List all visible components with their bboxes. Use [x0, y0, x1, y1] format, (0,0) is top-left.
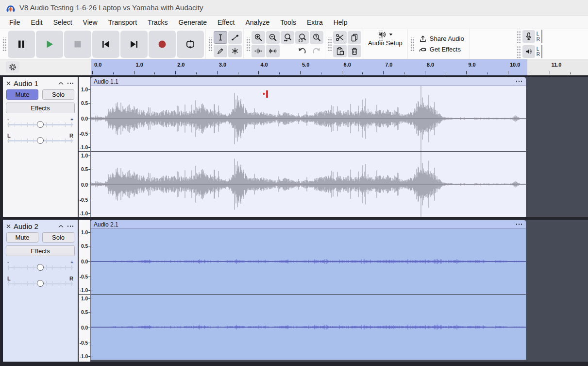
recording-meter[interactable]: LR -57-54-51-48-45-42-39-36-33: [515, 29, 542, 44]
toolbar-grip[interactable]: [327, 37, 332, 51]
waveform[interactable]: [91, 295, 526, 360]
effects-button[interactable]: Effects: [6, 103, 75, 113]
effects-button[interactable]: Effects: [6, 245, 75, 256]
envelope-tool-button[interactable]: [228, 31, 242, 44]
vertical-scale-audio-2[interactable]: 1.00.50.0-0.5-1.0 1.00.50.0-0.5-1.0: [79, 220, 90, 362]
menu-item-transport[interactable]: Transport: [103, 17, 142, 28]
pan-slider[interactable]: LR: [7, 276, 73, 289]
close-track-icon[interactable]: [6, 81, 11, 86]
solo-button[interactable]: Solo: [42, 89, 74, 100]
delete-button[interactable]: [348, 45, 361, 57]
collapse-track-icon[interactable]: [58, 225, 64, 228]
gain-slider[interactable]: -+: [7, 260, 73, 273]
toolbar-grip[interactable]: [516, 45, 521, 58]
redo-button[interactable]: [310, 45, 323, 57]
menu-item-extra[interactable]: Extra: [302, 17, 328, 28]
waveform[interactable]: [91, 152, 526, 217]
clip-header[interactable]: Audio 2.1: [91, 220, 526, 229]
multi-tool-button[interactable]: [228, 45, 242, 57]
close-track-icon[interactable]: [6, 224, 11, 228]
menu-item-generate[interactable]: Generate: [173, 17, 212, 28]
menu-item-select[interactable]: Select: [48, 17, 78, 28]
gain-min-label: -: [7, 260, 9, 265]
ruler-tick: [550, 71, 550, 74]
timeline-options-button[interactable]: [6, 61, 19, 73]
toolbar-grip[interactable]: [378, 30, 383, 44]
loop-button[interactable]: [177, 31, 204, 58]
skip-to-start-button[interactable]: [92, 31, 119, 58]
draw-tool-button[interactable]: [214, 45, 227, 57]
microphone-icon[interactable]: [522, 30, 535, 43]
scale-label: -0.5: [80, 197, 88, 202]
main-toolbar: Audio Setup Share Audio Get Effects: [0, 29, 588, 59]
mute-button[interactable]: Mute: [6, 232, 38, 243]
waveform[interactable]: [91, 229, 526, 294]
track-menu-icon[interactable]: [67, 225, 75, 228]
gain-slider[interactable]: -+: [7, 117, 73, 130]
fit-selection-button[interactable]: [281, 31, 294, 44]
menu-item-help[interactable]: Help: [328, 17, 353, 28]
track-name[interactable]: Audio 1: [14, 79, 38, 87]
collapse-track-icon[interactable]: [58, 82, 64, 85]
toolbar-grip[interactable]: [2, 37, 6, 51]
pan-slider-thumb[interactable]: [37, 280, 44, 287]
track-name[interactable]: Audio 2: [14, 222, 38, 230]
clip-canvas-audio-1[interactable]: Audio 1.1: [90, 77, 588, 217]
fit-project-button[interactable]: [295, 31, 309, 44]
menu-item-tools[interactable]: Tools: [275, 17, 302, 28]
clip-menu-icon[interactable]: [515, 80, 523, 83]
toolbar-grip[interactable]: [208, 37, 212, 51]
ruler-tick: [238, 72, 238, 74]
skip-to-end-button[interactable]: [120, 31, 148, 58]
menu-item-edit[interactable]: Edit: [26, 17, 48, 28]
clip-audio-1-1[interactable]: Audio 1.1: [90, 77, 526, 217]
waveform[interactable]: [91, 86, 526, 151]
vertical-scale-audio-1[interactable]: 1.00.50.0-0.5-1.0 1.00.50.0-0.5-1.0: [79, 77, 90, 217]
selection-tool-button[interactable]: [214, 31, 227, 44]
clip-menu-icon[interactable]: [515, 223, 523, 226]
pause-button[interactable]: [8, 31, 35, 58]
track-menu-icon[interactable]: [67, 82, 75, 85]
paste-button[interactable]: [333, 45, 347, 57]
share-audio-button[interactable]: Share Audio: [415, 34, 468, 44]
recording-meter-scale[interactable]: -57-54-51-48-45-42-39-36-33: [541, 30, 542, 43]
ruler-tick: [425, 71, 425, 74]
pan-slider[interactable]: LR: [7, 133, 73, 146]
silence-selection-button[interactable]: [266, 45, 280, 57]
record-button[interactable]: [149, 31, 176, 58]
gain-slider-thumb[interactable]: [37, 121, 44, 128]
mute-button[interactable]: Mute: [6, 89, 38, 100]
zoom-out-button[interactable]: [266, 31, 280, 44]
stop-button[interactable]: [64, 31, 91, 58]
menu-item-tracks[interactable]: Tracks: [142, 17, 173, 28]
playback-meter[interactable]: LR -57-54-51-48-45-42-39-36-33: [515, 44, 542, 59]
solo-button[interactable]: Solo: [42, 232, 74, 243]
trim-outside-selection-button[interactable]: [252, 45, 265, 57]
toolbar-grip[interactable]: [246, 37, 250, 51]
zoom-in-button[interactable]: [252, 31, 265, 44]
clip-canvas-audio-2[interactable]: Audio 2.1: [90, 220, 588, 362]
toolbar-grip[interactable]: [410, 37, 414, 51]
play-button[interactable]: [36, 31, 63, 58]
menu-item-file[interactable]: File: [4, 17, 26, 28]
get-effects-button[interactable]: Get Effects: [415, 44, 468, 55]
menu-item-analyze[interactable]: Analyze: [240, 17, 275, 28]
playback-speaker-icon[interactable]: [522, 45, 535, 58]
gear-icon: [9, 63, 17, 71]
undo-button[interactable]: [295, 45, 309, 57]
zoom-toggle-button[interactable]: [310, 31, 323, 44]
cut-button[interactable]: [333, 31, 347, 44]
playback-meter-scale[interactable]: -57-54-51-48-45-42-39-36-33: [541, 45, 542, 58]
timeline-ruler[interactable]: 0.01.02.03.04.05.06.07.08.09.010.011.0: [91, 59, 588, 75]
pan-slider-thumb[interactable]: [37, 137, 44, 144]
gain-slider-thumb[interactable]: [37, 264, 44, 271]
audio-setup-button[interactable]: Audio Setup: [363, 29, 408, 59]
plug-icon: [419, 46, 427, 53]
clip-audio-2-1[interactable]: Audio 2.1: [90, 220, 526, 360]
toolbar-grip[interactable]: [516, 30, 521, 43]
gain-min-label: -: [7, 117, 9, 122]
menu-item-effect[interactable]: Effect: [212, 17, 240, 28]
menu-item-view[interactable]: View: [78, 17, 103, 28]
clip-header[interactable]: Audio 1.1: [91, 77, 526, 86]
copy-button[interactable]: [348, 31, 361, 44]
